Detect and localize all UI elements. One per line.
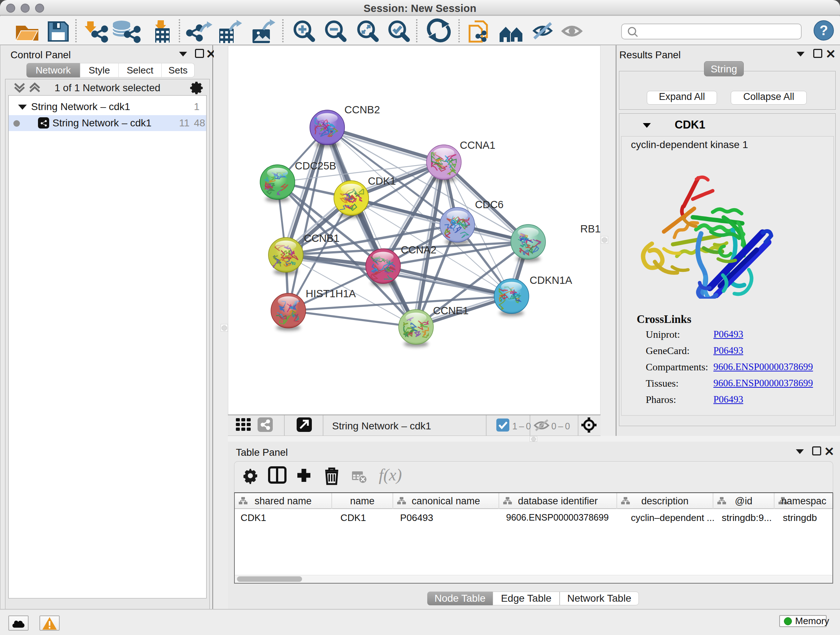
- svg-text:CDC6: CDC6: [475, 199, 504, 211]
- svg-text:?: ?: [819, 23, 828, 38]
- svg-text:RB1: RB1: [580, 223, 600, 234]
- svg-text:CDKN1A: CDKN1A: [530, 274, 572, 286]
- svg-text:f(x): f(x): [379, 466, 402, 484]
- svg-text:CCNE1: CCNE1: [433, 305, 469, 317]
- svg-text:CCNB2: CCNB2: [344, 104, 380, 116]
- svg-text:CCNA2: CCNA2: [401, 244, 436, 256]
- svg-text:CCNA1: CCNA1: [460, 139, 495, 151]
- svg-text:CCNB1: CCNB1: [304, 233, 339, 244]
- svg-text:CDC25B: CDC25B: [295, 160, 336, 172]
- svg-text:CDK1: CDK1: [368, 175, 396, 187]
- svg-text:HIST1H1A: HIST1H1A: [306, 288, 356, 299]
